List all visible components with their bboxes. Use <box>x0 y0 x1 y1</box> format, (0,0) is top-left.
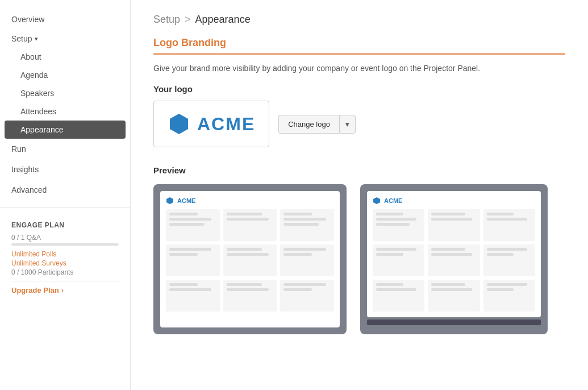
preview-grid-2 <box>373 209 535 312</box>
preview-acme-text-1: ACME <box>177 197 195 204</box>
svg-marker-2 <box>373 197 380 204</box>
preview-hex-icon-1 <box>166 197 174 205</box>
preview-cell <box>223 209 277 241</box>
preview-card-1-inner: ACME <box>160 191 340 327</box>
sidebar-item-overview[interactable]: Overview <box>0 9 130 30</box>
preview-cell <box>483 280 535 312</box>
preview-cell <box>280 209 334 241</box>
chevron-down-icon: ▾ <box>35 35 38 43</box>
preview-cell <box>428 209 479 241</box>
section-title: Logo Branding <box>153 37 565 55</box>
preview-cell <box>483 209 535 241</box>
main-content: Setup > Appearance Logo Branding Give yo… <box>131 0 588 390</box>
preview-hex-icon-2 <box>373 197 381 205</box>
preview-cell <box>166 209 220 241</box>
sidebar-item-setup[interactable]: Setup ▾ <box>0 30 130 48</box>
preview-cell <box>373 244 424 276</box>
breadcrumb-setup[interactable]: Setup <box>153 14 180 26</box>
breadcrumb: Setup > Appearance <box>153 14 565 26</box>
preview-header-2: ACME <box>373 197 535 205</box>
chevron-right-icon: › <box>61 286 64 294</box>
breadcrumb-current: Appearance <box>195 14 251 26</box>
preview-header-1: ACME <box>166 197 334 205</box>
change-logo-dropdown[interactable]: ▾ <box>339 115 356 134</box>
logo-hexagon-icon <box>168 113 190 135</box>
sidebar: Overview Setup ▾ About Agenda Speakers A… <box>0 0 131 390</box>
sidebar-subitem-attendees[interactable]: Attendees <box>0 102 130 121</box>
preview-card-1: ACME <box>153 184 347 334</box>
sidebar-item-advanced[interactable]: Advanced <box>0 180 130 200</box>
preview-acme-text-2: ACME <box>384 197 402 204</box>
preview-cell <box>428 244 479 276</box>
upgrade-plan-link[interactable]: Upgrade Plan › <box>11 286 119 294</box>
preview-cell <box>223 280 277 312</box>
qa-progress-bar <box>11 243 119 246</box>
preview-row: ACME <box>153 184 565 334</box>
sidebar-item-insights[interactable]: Insights <box>0 159 130 180</box>
section-desc: Give your brand more visibility by addin… <box>153 64 565 73</box>
svg-marker-1 <box>166 197 173 204</box>
logo-row: ACME Change logo ▾ <box>153 101 565 147</box>
engage-plan-title: ENGAGE PLAN <box>11 221 119 229</box>
polls-feature: Unlimited Polls <box>11 250 119 258</box>
preview-cell <box>280 244 334 276</box>
preview-cell <box>373 280 424 312</box>
sidebar-divider <box>0 207 130 208</box>
your-logo-label: Your logo <box>153 84 565 94</box>
preview-cell <box>166 244 220 276</box>
preview-bottom-bar <box>367 320 541 325</box>
participants-label: 0 / 1000 Participants <box>11 268 119 276</box>
change-logo-button-group: Change logo ▾ <box>278 115 356 134</box>
preview-grid-1 <box>166 209 334 312</box>
preview-cell <box>166 280 220 312</box>
logo-preview-box: ACME <box>153 101 269 147</box>
preview-cell <box>428 280 479 312</box>
preview-cell <box>373 209 424 241</box>
svg-marker-0 <box>170 114 188 134</box>
change-logo-button[interactable]: Change logo <box>278 115 339 134</box>
sidebar-item-run[interactable]: Run <box>0 139 130 159</box>
sidebar-subitem-agenda[interactable]: Agenda <box>0 66 130 84</box>
surveys-feature: Unlimited Surveys <box>11 259 119 267</box>
preview-card-2-inner: ACME <box>367 191 541 317</box>
preview-label: Preview <box>153 165 565 175</box>
sidebar-subitem-appearance[interactable]: Appearance <box>5 121 126 139</box>
plan-divider <box>11 281 119 281</box>
sidebar-subitem-about[interactable]: About <box>0 48 130 66</box>
engage-plan-section: ENGAGE PLAN 0 / 1 Q&A Unlimited Polls Un… <box>0 214 130 301</box>
logo-acme-text: ACME <box>197 114 255 135</box>
preview-cell <box>223 244 277 276</box>
preview-cell <box>483 244 535 276</box>
preview-cell <box>280 280 334 312</box>
sidebar-subitem-speakers[interactable]: Speakers <box>0 84 130 102</box>
preview-card-2: ACME <box>360 184 548 334</box>
breadcrumb-separator: > <box>185 14 191 26</box>
qa-progress-label: 0 / 1 Q&A <box>11 234 119 242</box>
